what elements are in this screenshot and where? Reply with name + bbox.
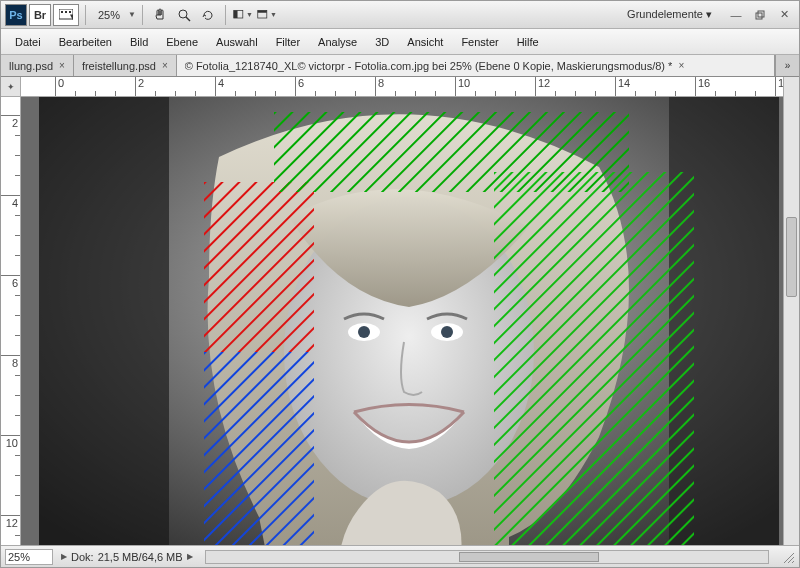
menu-auswahl[interactable]: Auswahl (208, 32, 266, 52)
mask-overlay-blue (204, 352, 314, 545)
work-area: ✦ 024681012141618 24681012 (1, 77, 799, 545)
dok-label: Dok: (71, 551, 94, 563)
separator (142, 5, 143, 25)
ruler-vertical[interactable]: 24681012 (1, 97, 21, 545)
workspace-selector[interactable]: Grundelemente ▾ (616, 4, 723, 25)
canvas-area[interactable] (21, 97, 783, 545)
scrollbar-thumb[interactable] (786, 217, 797, 297)
menu-analyse[interactable]: Analyse (310, 32, 365, 52)
svg-rect-22 (204, 182, 314, 352)
document-tab-bar: llung.psd× freistellung.psd× © Fotolia_1… (1, 55, 799, 77)
vertical-scrollbar[interactable] (783, 77, 799, 545)
svg-rect-1 (61, 11, 63, 13)
tab-label: llung.psd (9, 60, 53, 72)
document-size[interactable]: ▶ Dok: 21,5 MB/64,6 MB ▶ (61, 551, 193, 563)
svg-rect-28 (494, 172, 694, 545)
svg-line-6 (186, 17, 190, 21)
document-tab-active[interactable]: © Fotolia_1218740_XL© victorpr - Fotolia… (177, 55, 775, 76)
document-tab[interactable]: llung.psd× (1, 55, 74, 76)
mask-overlay-green (494, 172, 694, 545)
ruler-origin[interactable]: ✦ (1, 77, 21, 97)
svg-rect-14 (39, 97, 169, 545)
rotate-view-icon[interactable] (197, 4, 219, 26)
tab-label: freistellung.psd (82, 60, 156, 72)
document-canvas[interactable] (39, 97, 779, 545)
restore-button[interactable] (750, 7, 770, 23)
arrange-docs-icon[interactable]: ▼ (232, 4, 254, 26)
close-icon[interactable]: × (678, 60, 684, 71)
svg-line-31 (792, 561, 794, 563)
svg-point-20 (441, 326, 453, 338)
tab-label: © Fotolia_1218740_XL© victorpr - Fotolia… (185, 60, 673, 72)
tab-overflow-button[interactable]: » (775, 55, 799, 76)
menu-ebene[interactable]: Ebene (158, 32, 206, 52)
svg-rect-2 (65, 11, 67, 13)
document-tab[interactable]: freistellung.psd× (74, 55, 177, 76)
svg-point-18 (358, 326, 370, 338)
zoom-display[interactable]: 25% (92, 9, 126, 21)
svg-point-5 (179, 10, 187, 18)
menu-filter[interactable]: Filter (268, 32, 308, 52)
resize-grip[interactable] (781, 550, 795, 564)
menu-fenster[interactable]: Fenster (453, 32, 506, 52)
chevron-right-icon: ▶ (187, 552, 193, 561)
horizontal-scrollbar[interactable] (205, 550, 769, 564)
mask-overlay-red (204, 182, 314, 352)
dok-value: 21,5 MB/64,6 MB (98, 551, 183, 563)
menu-bild[interactable]: Bild (122, 32, 156, 52)
bridge-icon[interactable]: Br (29, 4, 51, 26)
svg-rect-12 (758, 11, 764, 17)
menu-ansicht[interactable]: Ansicht (399, 32, 451, 52)
svg-rect-10 (258, 10, 267, 12)
status-bar: 25% ▶ Dok: 21,5 MB/64,6 MB ▶ (1, 545, 799, 567)
menu-datei[interactable]: Datei (7, 32, 49, 52)
menu-bar: Datei Bearbeiten Bild Ebene Auswahl Filt… (1, 29, 799, 55)
close-button[interactable]: ✕ (774, 7, 794, 23)
separator (85, 5, 86, 25)
minimize-button[interactable]: — (726, 7, 746, 23)
chevron-right-icon: ▶ (61, 552, 67, 561)
zoom-dropdown-icon[interactable]: ▼ (128, 10, 136, 19)
photoshop-icon[interactable]: Ps (5, 4, 27, 26)
svg-rect-24 (204, 352, 314, 545)
minibridge-icon[interactable]: ▾ (53, 4, 79, 26)
close-icon[interactable]: × (162, 60, 168, 71)
ruler-horizontal[interactable]: 024681012141618 (21, 77, 783, 97)
zoom-field[interactable]: 25% (5, 549, 53, 565)
svg-text:▾: ▾ (70, 10, 73, 21)
screen-mode-icon[interactable]: ▼ (256, 4, 278, 26)
menu-3d[interactable]: 3D (367, 32, 397, 52)
zoom-tool-icon[interactable] (173, 4, 195, 26)
close-icon[interactable]: × (59, 60, 65, 71)
menu-hilfe[interactable]: Hilfe (509, 32, 547, 52)
menu-bearbeiten[interactable]: Bearbeiten (51, 32, 120, 52)
scrollbar-thumb[interactable] (459, 552, 600, 562)
hand-tool-icon[interactable] (149, 4, 171, 26)
svg-rect-8 (234, 10, 238, 18)
svg-rect-11 (756, 13, 762, 19)
app-toolbar: Ps Br ▾ 25% ▼ ▼ ▼ Grundelemente ▾ — ✕ (1, 1, 799, 29)
separator (225, 5, 226, 25)
